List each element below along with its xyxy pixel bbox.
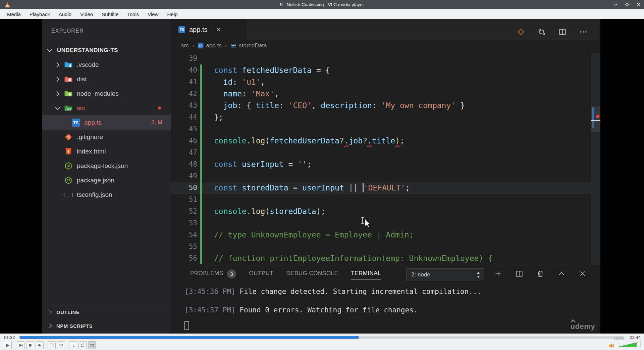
menu-audio[interactable]: Audio: [54, 10, 76, 19]
volume-slider[interactable]: 101%: [617, 341, 641, 349]
split-panel-icon[interactable]: [515, 269, 524, 278]
new-terminal-icon[interactable]: [494, 269, 502, 278]
breadcrumb-item-app-ts[interactable]: TSapp.ts: [197, 42, 221, 49]
maximize-button[interactable]: [623, 1, 631, 8]
kill-terminal-icon[interactable]: [536, 269, 545, 278]
code-line-54[interactable]: 54// type UnknownEmployee = Employee | A…: [171, 229, 600, 241]
code-line-43[interactable]: 43 job: { title: 'CEO', description: 'My…: [171, 100, 600, 112]
maximize-panel-icon[interactable]: [557, 269, 566, 278]
code-line-42[interactable]: 42 name: 'Max',: [171, 88, 600, 100]
explorer-root-folder[interactable]: UNDERSTANDING-TS: [42, 43, 171, 57]
minimize-button[interactable]: [612, 1, 619, 8]
panel-tab-label: TERMINAL: [351, 270, 381, 279]
file-braces-icon: {..}: [63, 190, 73, 199]
panel-tab-terminal[interactable]: TERMINAL: [344, 265, 387, 282]
editor-area: TS app.ts × src›TSapp.ts›storedData 3940…: [171, 19, 600, 334]
file-html-icon: 5: [63, 147, 73, 156]
tree-item--gitignore[interactable]: .gitignore: [42, 130, 171, 144]
code-line-52[interactable]: 52console.log(storedData);: [171, 206, 600, 217]
tab-close-icon[interactable]: ×: [216, 26, 221, 34]
breadcrumb-item-storeddata[interactable]: storedData: [230, 42, 267, 49]
tree-item-package-lock-json[interactable]: JSpackage-lock.json: [42, 159, 171, 173]
tree-item-src[interactable]: src: [42, 101, 171, 115]
code-line-47[interactable]: 47: [171, 147, 600, 159]
tab-app-ts[interactable]: TS app.ts ×: [171, 19, 247, 40]
tree-item-tsconfig-json[interactable]: {..}tsconfig.json: [42, 187, 171, 202]
code-line-45[interactable]: 45: [171, 123, 600, 135]
loop-button[interactable]: [78, 341, 87, 349]
code-line-53[interactable]: 53: [171, 217, 600, 229]
menu-playback[interactable]: Playback: [25, 10, 54, 19]
close-button[interactable]: [635, 1, 642, 8]
code-editor[interactable]: 3940const fetchedUserData = {41 id: 'u1'…: [171, 53, 600, 264]
tree-item-dist[interactable]: dist: [42, 72, 171, 86]
close-panel-icon[interactable]: [578, 269, 587, 278]
code-line-55[interactable]: 55: [171, 241, 600, 253]
random-button[interactable]: [88, 341, 96, 349]
tree-item-label: package.json: [77, 177, 114, 184]
terminal-line: [3:45:36 PM] File change detected. Start…: [184, 286, 481, 297]
code-line-40[interactable]: 40const fetchedUserData = {: [171, 64, 600, 76]
previous-button[interactable]: [17, 341, 25, 349]
seek-progress: [19, 336, 359, 339]
terminal-output[interactable]: [3:45:36 PM] File change detected. Start…: [184, 286, 481, 323]
modified-marker: [592, 123, 594, 128]
extended-settings-button[interactable]: [57, 341, 65, 349]
seek-bar[interactable]: [19, 336, 625, 339]
chev-down-icon: [54, 104, 62, 112]
git-compare-icon[interactable]: [537, 28, 546, 36]
menu-video[interactable]: Video: [76, 10, 97, 19]
terminal-selector-dropdown[interactable]: 2: node: [406, 268, 484, 281]
panel-tab-output[interactable]: OUTPUT: [243, 265, 280, 282]
code-line-49[interactable]: 49: [171, 170, 600, 182]
line-number: 52: [171, 206, 197, 217]
code-line-46[interactable]: 46console.log(fetchedUserData?.job?.titl…: [171, 135, 600, 147]
code-line-50[interactable]: 50const storedData = userInput || 'DEFAU…: [171, 182, 600, 194]
code-line-56[interactable]: 56// function printEmployeeInformation(e…: [171, 253, 600, 264]
playlist-button[interactable]: [69, 341, 77, 349]
sidebar-section-npm-scripts[interactable]: NPM SCRIPTS: [42, 319, 171, 333]
open-changes-icon[interactable]: [517, 28, 525, 36]
breadcrumb-item-src[interactable]: src: [181, 42, 189, 49]
panel-tab-debug-console[interactable]: DEBUG CONSOLE: [280, 265, 344, 282]
video-area[interactable]: EXPLORER UNDERSTANDING-TS.vscodedistnode…: [0, 19, 644, 334]
code-line-41[interactable]: 41 id: 'u1',: [171, 76, 600, 88]
tree-item-app-ts[interactable]: TSapp.ts3, M: [42, 115, 171, 130]
code-text: const storedData = userInput || 'DEFAULT…: [214, 182, 410, 194]
code-text: console.log(fetchedUserData?.job?.title)…: [214, 135, 405, 147]
sidebar-section-outline[interactable]: OUTLINE: [42, 305, 171, 319]
titlebar[interactable]: 9 - Nullish Coalescing - VLC media playe…: [0, 0, 644, 9]
tree-item--vscode[interactable]: .vscode: [42, 57, 171, 72]
fullscreen-button[interactable]: [48, 341, 56, 349]
overview-ruler[interactable]: [591, 53, 600, 265]
menu-tools[interactable]: Tools: [123, 10, 143, 19]
more-actions-icon[interactable]: [579, 28, 588, 36]
menu-subtitle[interactable]: Subtitle: [97, 10, 123, 19]
next-button[interactable]: [36, 341, 44, 349]
tree-item-index-html[interactable]: 5index.html: [42, 144, 171, 159]
vlc-window: 9 - Nullish Coalescing - VLC media playe…: [0, 0, 644, 350]
breadcrumb-separator: ›: [225, 42, 227, 49]
chev-right-icon: [47, 309, 54, 315]
code-line-51[interactable]: 51: [171, 194, 600, 206]
panel-tab-problems[interactable]: PROBLEMS3: [184, 265, 243, 282]
code-line-44[interactable]: 44};: [171, 112, 600, 123]
line-number: 56: [171, 253, 197, 264]
volume-wedge-icon: [617, 341, 641, 347]
modified-gutter-bar: [200, 53, 202, 64]
split-editor-icon[interactable]: [558, 28, 567, 36]
menu-help[interactable]: Help: [163, 10, 182, 19]
modified-gutter-bar: [200, 147, 202, 159]
sidebar-section-label: OUTLINE: [56, 309, 79, 315]
playback-controls: [2, 341, 96, 350]
tree-item-package-json[interactable]: JSpackage.json: [42, 173, 171, 187]
stop-button[interactable]: [26, 341, 34, 349]
menu-view[interactable]: View: [143, 10, 163, 19]
volume-control[interactable]: 101%: [608, 341, 641, 349]
tree-item-label: .vscode: [77, 61, 99, 69]
play-button[interactable]: [3, 341, 12, 350]
menu-media[interactable]: Media: [3, 10, 25, 19]
code-line-48[interactable]: 48const userInput = '';: [171, 159, 600, 170]
tree-item-node-modules[interactable]: node_modules: [42, 86, 171, 101]
code-line-39[interactable]: 39: [171, 53, 600, 64]
